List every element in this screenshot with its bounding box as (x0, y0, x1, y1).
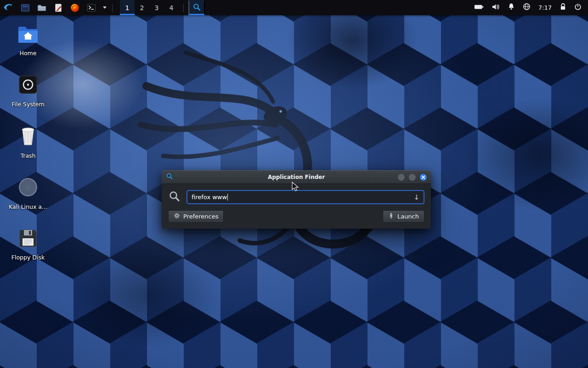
notifications-bell-icon[interactable] (508, 3, 515, 12)
desktop-icon-floppy-disk[interactable]: Floppy Disk (6, 228, 50, 261)
application-finder-icon (192, 3, 201, 13)
workspace-2[interactable]: 2 (135, 0, 149, 15)
window-titlebar[interactable]: Application Finder (162, 170, 431, 184)
terminal-dropdown-chevron-icon[interactable] (101, 0, 107, 15)
screen-lock-icon[interactable] (560, 3, 566, 12)
text-editor-icon[interactable] (51, 0, 65, 15)
desktop-icon-label: Kali Linux a... (9, 204, 47, 210)
battery-icon[interactable] (474, 3, 484, 12)
search-input-value: firefox www (192, 194, 227, 201)
firefox-icon[interactable] (68, 0, 82, 15)
gear-icon (174, 213, 180, 220)
window-app-icon (166, 172, 173, 182)
workspace-switcher: 1 2 3 4 (120, 0, 179, 15)
desktop-icon-file-system[interactable]: File System (6, 74, 50, 108)
panel-separator (112, 4, 113, 12)
volume-icon[interactable] (492, 3, 500, 12)
file-manager-icon[interactable] (35, 0, 49, 15)
minimize-button[interactable] (398, 174, 405, 181)
launch-button[interactable]: Launch (383, 210, 424, 223)
search-icon (168, 190, 181, 204)
preferences-label: Preferences (183, 213, 218, 220)
panel-separator (183, 4, 184, 12)
workspace-3[interactable]: 3 (149, 0, 164, 15)
taskbar-application-finder-button[interactable] (188, 0, 205, 15)
desktop-icon-label: File System (11, 101, 45, 108)
workspace-1[interactable]: 1 (120, 0, 135, 15)
applications-menu-button[interactable] (0, 0, 17, 15)
launch-label: Launch (397, 213, 419, 220)
window-launcher-icon[interactable] (18, 0, 32, 15)
network-icon[interactable] (523, 3, 531, 12)
power-icon[interactable] (574, 3, 582, 12)
desktop-icon-label: Trash (20, 153, 35, 159)
desktop-icon-kali-volume[interactable]: Kali Linux a... (6, 177, 50, 210)
search-input[interactable]: firefox www ↓ (187, 190, 424, 204)
trash-icon (18, 126, 38, 149)
desktop-icon-label: Home (20, 50, 37, 57)
volume-disc-icon (17, 177, 39, 200)
floppy-disk-icon (18, 228, 38, 250)
desktop-icon-label: Floppy Disk (11, 254, 45, 261)
top-panel: 1 2 3 4 7:17 (0, 0, 588, 15)
application-finder-window: Application Finder firefox www ↓ Pr (162, 170, 431, 229)
home-folder-icon (17, 24, 39, 46)
terminal-icon[interactable] (85, 0, 98, 15)
close-icon (421, 175, 425, 179)
text-caret (227, 194, 228, 201)
dropdown-arrow-icon[interactable]: ↓ (413, 193, 419, 201)
desktop-icon-trash[interactable]: Trash (6, 126, 50, 159)
desktop-icon-home[interactable]: Home (6, 24, 50, 57)
window-title: Application Finder (162, 174, 431, 180)
kali-logo-icon (3, 2, 13, 13)
rocket-icon (388, 213, 394, 220)
maximize-button[interactable] (409, 174, 416, 181)
close-button[interactable] (420, 174, 427, 181)
preferences-button[interactable]: Preferences (168, 210, 224, 223)
file-system-drive-icon (17, 74, 39, 97)
panel-clock[interactable]: 7:17 (538, 4, 552, 11)
workspace-4[interactable]: 4 (164, 0, 179, 15)
window-body: firefox www ↓ Preferences Launch (162, 184, 431, 229)
desktop-icon-list: Home File System Trash Kali Linux a... F… (6, 24, 50, 261)
